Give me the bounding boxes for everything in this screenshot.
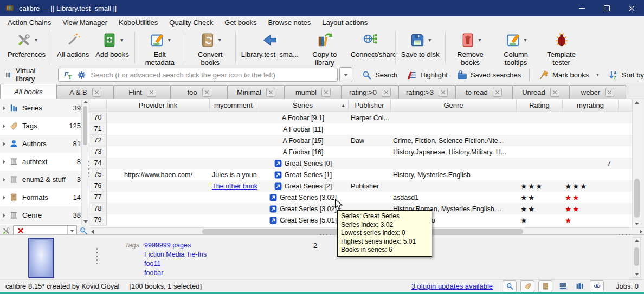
tab-close-button[interactable] (147, 88, 156, 97)
menu-item[interactable]: Get books (223, 17, 258, 28)
menu-item[interactable]: Browse notes (267, 17, 313, 28)
expand-arrow-icon[interactable] (3, 124, 5, 128)
dropdown-arrow-icon[interactable]: ▾ (524, 37, 527, 43)
column-header[interactable]: Genre ▲ (391, 99, 517, 112)
expand-arrow-icon[interactable] (3, 106, 5, 110)
virtual-library-tab[interactable]: All books (0, 84, 57, 99)
close-button[interactable] (619, 0, 644, 16)
table-row[interactable]: 72 A Foobar [15] Daw Crime, Fiction, Sci… (89, 135, 632, 146)
toolbar-button[interactable]: ▾ Library.test_sma... (238, 31, 302, 60)
status-icon-button[interactable] (503, 280, 517, 292)
tab-close-button[interactable] (92, 88, 101, 97)
tag-browser-category[interactable]: Tags 125 (0, 117, 89, 135)
series-link-icon[interactable] (269, 205, 277, 213)
virtual-library-button[interactable]: Virtual library (0, 67, 58, 83)
clear-icon[interactable] (17, 227, 24, 234)
plugin-updates-link[interactable]: 3 plugin updates available (411, 282, 493, 290)
column-header[interactable]: ▲ (89, 99, 107, 112)
status-icon-button[interactable] (590, 280, 604, 292)
toolbar-button[interactable]: ▾ Add books (92, 31, 132, 60)
menu-item[interactable]: Layout actions (320, 17, 369, 28)
splitter-handle[interactable] (319, 233, 333, 236)
column-header[interactable]: Series ▲ (257, 99, 349, 112)
virtual-library-tab[interactable]: Unread (512, 85, 569, 99)
expand-arrow-icon[interactable] (3, 213, 5, 218)
full-text-search-icon[interactable] (62, 69, 74, 81)
toolbar-button[interactable]: ▾ Connect/share (347, 31, 393, 60)
virtual-library-tab[interactable]: mumbl (285, 85, 342, 99)
virtual-library-tab[interactable]: Minimal (228, 85, 285, 99)
toolbar-button[interactable]: ▾ Preferences (4, 31, 49, 60)
status-icon-button[interactable] (520, 280, 534, 292)
status-icon-button[interactable] (538, 280, 552, 292)
tag-browser-category[interactable]: Genre 38 (0, 206, 89, 224)
tag-link[interactable]: Fiction.Media Tie-Ins (144, 250, 207, 259)
tag-browser-category[interactable]: Formats 14 (0, 188, 89, 206)
series-link-icon[interactable] (274, 160, 282, 167)
tag-link[interactable]: 9999999 pages (144, 241, 207, 250)
tab-close-button[interactable] (493, 88, 502, 97)
tag-browser-category[interactable]: authtext 8 (0, 153, 89, 171)
column-header[interactable]: Rating ▲ (517, 99, 563, 112)
highlight-button[interactable]: Highlight (407, 70, 448, 80)
tab-close-button[interactable] (439, 88, 448, 97)
table-row[interactable]: 75 https://www.baen.com/ Jules is a youn… (89, 169, 632, 180)
sidebar-splitter-handle[interactable] (88, 160, 90, 177)
details-splitter-handle[interactable] (96, 247, 98, 264)
dropdown-arrow-icon[interactable]: ▾ (428, 37, 431, 43)
tag-browser-category[interactable]: Series 39 (0, 99, 89, 117)
search-box[interactable] (58, 68, 338, 82)
toolbar-button[interactable]: ▾ Convert books (188, 31, 233, 67)
table-row[interactable]: 76 The other book Great Series [2] Publi… (89, 180, 632, 192)
tag-link[interactable]: foo11 (144, 259, 207, 269)
table-row[interactable]: 77 Great Series [3.02] asdasd1 ★★ ★★ (89, 192, 632, 203)
search-button[interactable]: Search (362, 70, 397, 80)
expand-arrow-icon[interactable] (3, 178, 5, 182)
dropdown-arrow-icon[interactable]: ▾ (120, 37, 123, 43)
maximize-button[interactable] (594, 0, 619, 16)
status-icon-button[interactable] (573, 281, 586, 292)
tag-browser-category[interactable]: Authors 81 (0, 135, 89, 153)
column-header[interactable]: Publisher ▲ (349, 99, 391, 112)
tag-browser-category[interactable]: enum2 & stuff 3 (0, 171, 89, 188)
splitter-handle[interactable] (618, 233, 632, 236)
column-header[interactable]: ▲ (619, 99, 632, 112)
toolbar-button[interactable]: ▾ Column tooltips (493, 31, 539, 67)
toolbar-button[interactable]: ▾ Template tester (539, 31, 584, 67)
series-link-icon[interactable] (274, 171, 282, 179)
scrollbar-thumb[interactable] (634, 247, 639, 266)
toolbar-button[interactable]: ▾ Edit metadata (137, 31, 183, 67)
gear-icon[interactable] (77, 70, 86, 80)
expand-arrow-icon[interactable] (3, 160, 5, 164)
tab-close-button[interactable] (202, 88, 211, 97)
scrollbar-thumb[interactable] (83, 106, 87, 145)
table-row[interactable]: 73 A Foobar [16] History.Japanese, Histo… (89, 146, 632, 158)
expand-arrow-icon[interactable] (3, 195, 5, 200)
find-icon[interactable] (79, 226, 88, 235)
virtual-library-tab[interactable]: weber (569, 85, 626, 99)
jobs-indicator[interactable]: Jobs: 0 (616, 282, 639, 290)
column-header[interactable]: Provider link ▲ (107, 99, 210, 112)
series-link-icon[interactable] (269, 194, 277, 201)
expand-arrow-icon[interactable] (3, 142, 5, 146)
tab-close-button[interactable] (321, 88, 331, 97)
table-row[interactable]: 70 A Foobar [9.1] Harper Col... (89, 112, 632, 123)
book-list-vscrollbar[interactable] (632, 99, 641, 227)
menu-item[interactable]: View Manager (61, 17, 109, 28)
book-cover-thumbnail[interactable] (28, 238, 54, 278)
minimize-button[interactable] (569, 0, 594, 16)
series-link-icon[interactable] (274, 182, 282, 190)
details-scrollbar[interactable] (633, 237, 641, 278)
dropdown-arrow-icon[interactable]: ▾ (479, 37, 481, 43)
menu-item[interactable]: Quality Check (168, 17, 215, 28)
virtual-library-tab[interactable]: A & B (57, 85, 114, 99)
menu-item[interactable]: KoboUtilities (117, 17, 159, 28)
series-link-icon[interactable] (269, 217, 277, 224)
toolbar-button[interactable]: ▾ All actions (54, 31, 92, 60)
tab-close-button[interactable] (605, 88, 614, 97)
virtual-library-tab[interactable]: rating:>3 (398, 85, 455, 99)
status-icon-button[interactable] (556, 281, 569, 292)
table-row[interactable]: 71 A Foobar [11] (89, 123, 632, 135)
table-row[interactable]: 74 Great Series [0] 7 (89, 158, 632, 169)
tab-close-button[interactable] (550, 88, 559, 97)
